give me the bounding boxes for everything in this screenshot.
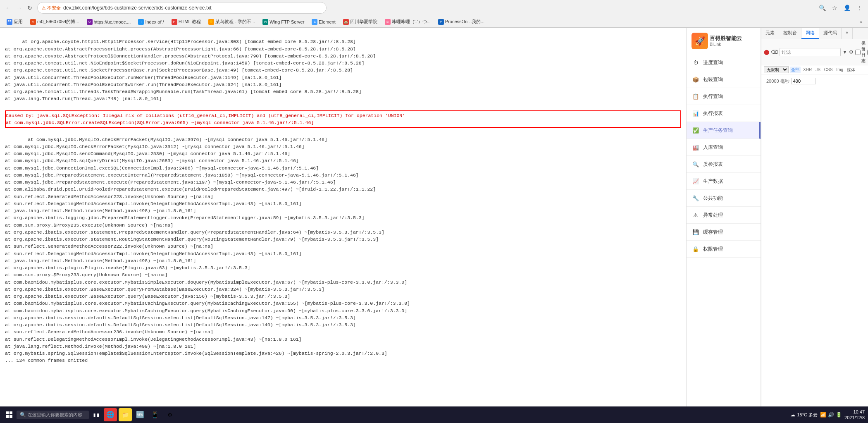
progress-icon: ⏱ [692, 58, 700, 67]
cache-icon: 💾 [692, 228, 700, 236]
error-line-2: at com.mysql.jdbc.SQLError.createSQLExce… [6, 120, 314, 125]
clear-button[interactable]: ⌫ [771, 48, 778, 57]
filter-input[interactable] [780, 48, 841, 56]
filter-type-img[interactable]: Img [835, 67, 844, 72]
menu-item-warehouse[interactable]: 🏭 入库查询 [687, 139, 761, 156]
search-icon: 🔍 [20, 412, 26, 418]
caoniao-label: 菜鸟教程 - 学的不... [215, 19, 255, 25]
clock[interactable]: 10:47 2021/12/8 [844, 409, 865, 421]
tab-more[interactable]: » [842, 28, 853, 39]
filter-type-all[interactable]: 全部 [790, 67, 801, 73]
uc-bookmark[interactable]: U https://uc.tmooc.... [83, 18, 134, 26]
address-bar[interactable]: ⚠ 不安全 dev.zlxk.com/logs//bds-customize-s… [37, 2, 327, 14]
tab-elements[interactable]: 元素 [761, 28, 779, 39]
clock-date: 2021/12/8 [844, 415, 865, 421]
back-button[interactable]: ← [3, 3, 13, 13]
preserve-log-checkbox[interactable] [855, 50, 861, 55]
menu-item-execute-report[interactable]: 📊 执行报表 [687, 105, 761, 122]
log-line-8: at org.apache.tomcat.util.threads.TaskTh… [5, 89, 362, 94]
log-line-6: at java.util.concurrent.ThreadPoolExecut… [5, 75, 281, 80]
bookmark-icon-btn[interactable]: ☆ [829, 2, 840, 13]
filter-icon-btn[interactable]: ▼ [842, 48, 847, 57]
filter-type-css[interactable]: CSS [823, 67, 834, 72]
menu-item-progress[interactable]: ⏱ 进度查询 [687, 54, 761, 71]
menu-item-permission[interactable]: 🔒 权限管理 [687, 241, 761, 258]
tab-sources[interactable]: 源代码 [819, 28, 842, 39]
index-bookmark[interactable]: I Index of / [135, 18, 167, 26]
menu-item-public-func[interactable]: 🔧 公共功能 [687, 190, 761, 207]
menu-item-execute[interactable]: 📋 执行查询 [687, 88, 761, 105]
element-bookmark[interactable]: E Element [308, 18, 339, 26]
app5[interactable]: ⚙ [163, 408, 176, 421]
wing-bookmark[interactable]: W Wing FTP Server [259, 18, 308, 26]
record-button[interactable]: ⬤ [764, 48, 769, 57]
menu-item-production-data[interactable]: 📈 生产数据 [687, 173, 761, 190]
menu-item-packing[interactable]: 📦 包装查询 [687, 71, 761, 88]
log-line-1: at org.apache.coyote.http11.Http11Proces… [22, 39, 355, 44]
log-line-11: at com.mysql.jdbc.MysqlIO.sendCommand(My… [5, 151, 290, 156]
tab-network[interactable]: 网络 [801, 28, 819, 39]
production-data-icon: 📈 [692, 177, 700, 185]
cici-bookmark[interactable]: B 咔哩咔哩（'-'）つ... [382, 18, 434, 26]
logo-icon: 🚀 [695, 36, 705, 46]
menu-item-production-task[interactable]: ✅ 生产任务查询 [687, 122, 761, 139]
clock-time: 10:47 [844, 409, 865, 415]
html-bookmark[interactable]: H HTML 教程 [168, 18, 205, 26]
filter-type-media[interactable]: 媒体 [846, 67, 856, 73]
throttle-select[interactable]: 无限制 慢速3G 快速3G [764, 66, 789, 73]
file-explorer-app[interactable]: 📁 [119, 408, 132, 421]
log-line-3: at org.apache.coyote.AbstractProtocol$Co… [5, 53, 376, 59]
menu-label-public-func: 公共功能 [703, 195, 756, 202]
log-line-27: at org.apache.ibatis.plugin.Plugin.invok… [5, 265, 250, 270]
more-bookmarks-btn[interactable]: » [857, 19, 865, 25]
taskbar-search-input[interactable] [28, 412, 86, 417]
filter-type-js[interactable]: JS [814, 67, 822, 72]
menu-item-cache[interactable]: 💾 缓存管理 [687, 224, 761, 241]
caoniao-bookmark[interactable]: 🐥 菜鸟教程 - 学的不... [205, 18, 258, 26]
filter-type-xhr[interactable]: XHR [802, 67, 813, 72]
windows-start-btn[interactable] [3, 409, 15, 421]
caoniao-icon: 🐥 [208, 19, 214, 25]
apps-bookmark[interactable]: ☷ 应用 [3, 18, 26, 26]
menu-label-execute: 执行查询 [703, 93, 756, 100]
log-line-25: at sun.reflect.DelegatingMethodAccessorI… [5, 251, 302, 256]
uc-icon: U [87, 19, 93, 25]
permission-icon: 🔒 [692, 245, 700, 253]
search-icon-btn[interactable]: 🔍 [817, 2, 827, 13]
log-line-4: at org.apache.tomcat.util.net.NioEndpoin… [5, 60, 365, 66]
tab-console[interactable]: 控制台 [779, 28, 801, 39]
volume-icon: 🔊 [828, 412, 834, 418]
profile-icon-btn[interactable]: 👤 [842, 2, 852, 13]
apps-label: 应用 [14, 19, 23, 25]
m0-bookmark[interactable]: M m0_59607054的博... [27, 18, 83, 26]
sichuan-bookmark[interactable]: 🏫 四川华夏学院 [340, 18, 381, 26]
devtools-panel: 元素 控制台 网络 源代码 » ⬤ ⌫ ▼ ⚙ 保留日志 停用缓存 无限制 慢速 [761, 28, 868, 406]
log-line-30: at org.apache.ibatis.executor.BaseExecut… [5, 287, 324, 292]
taskbar-search-box[interactable]: 🔍 [17, 411, 89, 419]
settings-icon-btn[interactable]: ⚙ [849, 48, 854, 57]
chrome-app[interactable]: 🌐 [104, 408, 117, 421]
logo-box: 🚀 [692, 33, 708, 49]
menu-label-packing: 包装查询 [703, 76, 756, 83]
logo-text: 百得胜智能云 [710, 35, 742, 42]
more-icon-btn[interactable]: ⋮ [854, 2, 865, 13]
uc-label: https://uc.tmooc.... [94, 19, 131, 24]
menu-item-quality[interactable]: 🔍 质检报表 [687, 156, 761, 173]
app4[interactable]: 📱 [148, 408, 162, 421]
app3[interactable]: 🆕 [134, 408, 147, 421]
task-view-btn[interactable]: ▮▮ [91, 409, 102, 421]
security-badge: ⚠ 不安全 [42, 5, 61, 11]
production-task-icon: ✅ [692, 126, 700, 134]
processon-bookmark[interactable]: P ProcessOn - 我的... [435, 18, 488, 26]
menu-item-exception[interactable]: ⚠ 异常处理 [687, 207, 761, 224]
element-icon: E [312, 19, 317, 25]
scroll-input[interactable] [791, 78, 816, 84]
m0-label: m0_59607054的博... [37, 19, 79, 25]
forward-button[interactable]: → [14, 3, 24, 13]
log-line-40: ... 124 common frames omitted [5, 358, 88, 363]
log-line-20: at org.apache.ibatis.logging.jdbc.Prepar… [5, 215, 365, 220]
reload-button[interactable]: ↻ [25, 3, 35, 13]
preserve-log-label[interactable]: 保留日志 [861, 41, 866, 64]
public-func-icon: 🔧 [692, 194, 700, 202]
processon-label: ProcessOn - 我的... [445, 19, 484, 25]
